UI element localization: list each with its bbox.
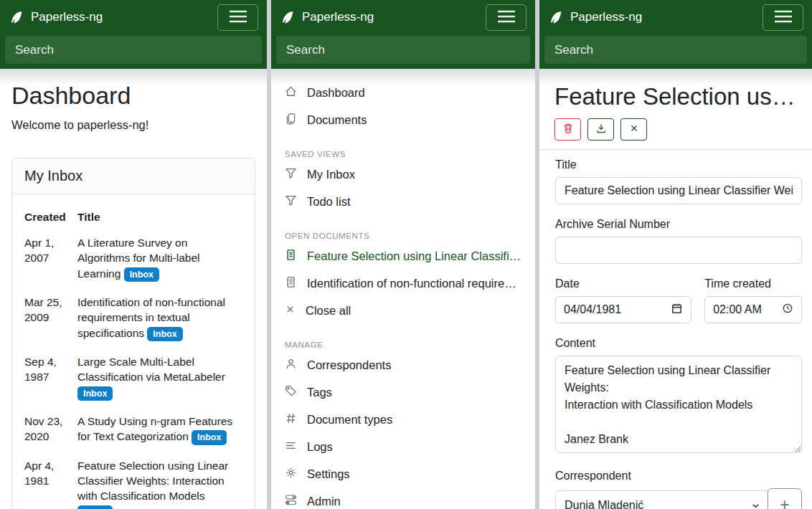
menu-toggle-button[interactable]	[486, 4, 527, 31]
section-header-manage: MANAGE	[271, 338, 535, 351]
file-text-icon	[285, 276, 297, 291]
document-title-heading: Feature Selection usin...	[554, 83, 797, 110]
document-body: Feature Selection usin... Title Archive …	[539, 69, 812, 509]
nav-item-todo-list[interactable]: Todo list	[271, 188, 535, 215]
nav-item-my-inbox[interactable]: My Inbox	[271, 161, 535, 188]
nav-item-tags[interactable]: Tags	[271, 379, 535, 406]
trash-icon	[562, 123, 574, 136]
nav-item-label: Correspondents	[307, 358, 391, 372]
nav-item-label: My Inbox	[307, 168, 355, 181]
dashboard-panel: Paperless-ng Dashboard Welcome to paperl…	[0, 0, 267, 509]
nav-item-documents[interactable]: Documents	[271, 106, 535, 133]
filter-icon	[285, 167, 297, 182]
gear-icon	[285, 467, 297, 482]
nav-item-dashboard[interactable]: Dashboard	[271, 79, 535, 106]
nav-item-close-all[interactable]: Close all	[271, 297, 535, 324]
brand-link[interactable]: Paperless-ng	[280, 10, 374, 25]
nav-item-logs[interactable]: Logs	[271, 433, 535, 460]
paperless-logo-icon	[280, 10, 295, 25]
menu-toggle-button[interactable]	[217, 4, 258, 31]
close-icon	[285, 304, 296, 318]
created-cell: Nov 23, 2020	[24, 407, 77, 452]
inbox-tag-badge: Inbox	[147, 327, 182, 342]
nav-item-label: Feature Selection using Linear Classifie…	[307, 249, 523, 263]
table-row[interactable]: Mar 25, 2009 Identification of non-funct…	[24, 288, 242, 348]
nav-item-open-document-2[interactable]: Identification of non-functional require…	[271, 270, 535, 297]
search-bar	[271, 34, 535, 69]
nav-item-label: Logs	[307, 440, 333, 454]
document-link[interactable]: Feature Selection using Linear Classifie…	[77, 460, 228, 502]
filter-icon	[285, 194, 297, 209]
section-header-saved-views: SAVED VIEWS	[271, 148, 535, 161]
nav-item-document-types[interactable]: Document types	[271, 406, 535, 433]
search-bar	[539, 34, 812, 69]
clock-icon[interactable]	[782, 303, 793, 317]
documents-icon	[285, 113, 297, 128]
search-input[interactable]	[544, 36, 807, 64]
nav-item-label: Document types	[307, 413, 392, 427]
nav-item-label: Identification of non-functional require…	[307, 277, 523, 290]
brand-link[interactable]: Paperless-ng	[9, 10, 103, 25]
nav-item-correspondents[interactable]: Correspondents	[271, 351, 535, 379]
time-value: 02:00 AM	[713, 303, 762, 316]
title-field-label: Title	[555, 158, 802, 171]
nav-item-open-document-1[interactable]: Feature Selection using Linear Classifie…	[271, 242, 535, 270]
section-header-open-documents: OPEN DOCUMENTS	[271, 229, 535, 242]
welcome-text: Welcome to paperless-ng!	[11, 118, 255, 132]
calendar-icon[interactable]	[671, 303, 683, 318]
time-input[interactable]: 02:00 AM	[704, 296, 802, 323]
person-icon	[285, 358, 297, 373]
menu-toggle-button[interactable]	[763, 4, 803, 31]
navbar: Paperless-ng	[539, 0, 812, 34]
date-field-label: Date	[555, 277, 691, 290]
delete-button[interactable]	[554, 118, 581, 141]
nav-item-label: Settings	[307, 467, 350, 481]
file-text-icon	[285, 249, 297, 264]
table-row[interactable]: Apr 4, 1981 Feature Selection using Line…	[24, 452, 242, 509]
nav-item-admin[interactable]: Admin	[271, 487, 535, 509]
created-cell: Apr 4, 1981	[24, 452, 77, 509]
correspondent-select[interactable]: Dunja Mladenić	[555, 490, 768, 509]
close-button[interactable]	[620, 118, 647, 141]
add-correspondent-button[interactable]: +	[768, 488, 802, 509]
menu-body: Dashboard Documents SAVED VIEWS My Inbox…	[271, 69, 535, 509]
asn-field-label: Archive Serial Number	[555, 218, 802, 231]
paperless-logo-icon	[548, 10, 563, 25]
brand-link[interactable]: Paperless-ng	[548, 10, 642, 25]
nav-item-label: Documents	[307, 113, 367, 127]
tag-icon	[285, 385, 297, 400]
brand-name: Paperless-ng	[302, 10, 374, 24]
hamburger-icon	[229, 9, 247, 27]
table-row[interactable]: Sep 4, 1987 Large Scale Multi-Label Clas…	[24, 348, 242, 407]
inbox-tag-badge: Inbox	[77, 505, 113, 509]
table-row[interactable]: Nov 23, 2020 A Study Using n-gram Featur…	[24, 407, 242, 452]
title-cell: Feature Selection using Linear Classifie…	[77, 452, 242, 509]
brand-name: Paperless-ng	[31, 10, 103, 24]
nav-item-settings[interactable]: Settings	[271, 460, 535, 487]
created-cell: Sep 4, 1987	[24, 348, 77, 407]
paperless-logo-icon	[9, 10, 24, 25]
text-lines-icon	[285, 439, 297, 455]
content-field-label: Content	[555, 337, 802, 350]
download-button[interactable]	[587, 118, 614, 141]
nav-item-label: Tags	[307, 386, 332, 399]
time-field-label: Time created	[704, 277, 802, 290]
correspondent-field-label: Correspondent	[555, 470, 802, 482]
search-input[interactable]	[5, 36, 262, 64]
document-link[interactable]: Large Scale Multi-Label Classification v…	[77, 356, 225, 383]
content-textarea[interactable]: Feature Selection using Linear Classifie…	[555, 356, 802, 453]
document-panel: Paperless-ng Feature Selection usin...	[539, 0, 812, 509]
archive-serial-number-input[interactable]	[555, 237, 802, 264]
title-cell: Identification of non-functional require…	[77, 288, 242, 348]
toggles-icon	[285, 494, 297, 509]
brand-name: Paperless-ng	[570, 10, 642, 24]
dashboard-body: Dashboard Welcome to paperless-ng! My In…	[0, 69, 267, 509]
title-cell: A Study Using n-gram Features for Text C…	[77, 407, 242, 452]
nav-item-label: Dashboard	[307, 86, 365, 100]
date-input[interactable]: 04/04/1981	[555, 296, 691, 323]
title-input[interactable]	[555, 177, 802, 204]
search-input[interactable]	[276, 36, 530, 64]
table-row[interactable]: Apr 1, 2007 A Literature Survey on Algor…	[24, 229, 242, 288]
hamburger-icon	[774, 9, 793, 27]
column-header-title: Title	[77, 205, 242, 229]
